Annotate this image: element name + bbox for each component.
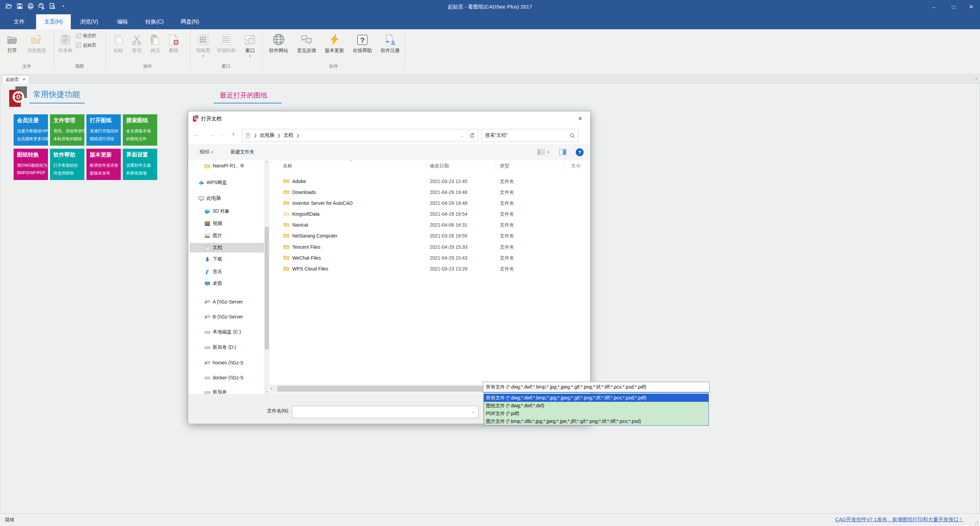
column-divider[interactable] [426, 162, 427, 170]
sidebar-item-drive-b[interactable]: B (\\Gz-Server [189, 312, 264, 321]
ribbon-cut-button[interactable]: 剪切 [128, 31, 146, 54]
nav-up-button[interactable]: ↑ [232, 131, 235, 138]
ribbon-feedback-button[interactable]: 意见反馈 [293, 31, 320, 54]
scroll-left-icon[interactable]: ‹ [271, 386, 272, 391]
sidebar-item-volume-clipped[interactable]: 新加卷 [189, 388, 264, 394]
column-header-name[interactable]: 名称 [283, 163, 292, 169]
network-drive-disconnected-icon [205, 314, 210, 320]
filetype-combobox[interactable]: 所有文件 (*.dwg;*.dwf;*.bmp;*.jpg;*.jpeg;*.g… [483, 382, 710, 393]
film-icon [205, 221, 210, 227]
filename-dropdown-icon[interactable]: ⌄ [472, 409, 475, 414]
column-header-date[interactable]: 修改日期 [430, 163, 449, 169]
nav-history-chevron-icon[interactable]: ⌄ [222, 132, 225, 137]
filetype-option-image[interactable]: 图片文件 (*.bmp;*.dib;*.jpg;*.jpeg;*.jpe;*.j… [484, 418, 708, 425]
maximize-button[interactable]: □ [946, 0, 961, 14]
sidebar-item-homes[interactable]: homes (\\Gz-S [189, 358, 264, 367]
tab-netdisk[interactable]: 网盘(N) [174, 14, 205, 29]
tab-list-chevron-icon[interactable]: ⌄ [975, 76, 978, 80]
sidebar-item-drive-d[interactable]: 新加卷 (D:) [189, 343, 264, 352]
tab-edit[interactable]: 编辑 [108, 14, 137, 29]
sidebar-item-music[interactable]: 音乐 [189, 267, 264, 277]
ribbon-thumbnail-button[interactable]: 缩略图 ▼ [192, 31, 214, 58]
ribbon-register-button[interactable]: 软件注册 [377, 31, 404, 54]
column-header-type[interactable]: 类型 [500, 163, 509, 169]
search-icon[interactable] [569, 133, 575, 138]
sidebar-item-wps-cloud[interactable]: WPS网盘 [189, 178, 264, 188]
ribbon-detail-list-button[interactable]: 详细列表 [215, 31, 238, 54]
sidebar-item-3d-objects[interactable]: 3D 对象 [189, 207, 264, 216]
ribbon-open-button[interactable]: 打开 [3, 31, 21, 54]
organize-button[interactable]: 组织 [200, 149, 209, 155]
register-document-icon [384, 34, 396, 46]
sidebar-item-drive-a[interactable]: A (\\Gz-Server [189, 297, 264, 307]
sidebar-scrollbar[interactable]: ⌃ ⌄ [264, 160, 269, 394]
sidebar-item-pictures[interactable]: 图片 [189, 231, 264, 240]
sidebar-item-downloads[interactable]: 下载 [189, 254, 264, 264]
dialog-close-button[interactable]: ✕ [573, 112, 588, 125]
ribbon-paste-button[interactable]: 粘贴 [110, 31, 127, 54]
sidebar-item-desktop[interactable]: 桌面 [189, 279, 264, 288]
tab-home[interactable]: 主页(H) [36, 14, 71, 29]
scroll-up-icon[interactable]: ⌃ [264, 161, 269, 165]
filetype-option-drawing[interactable]: 图纸文件 (*.dwg;*.dwf;*.dxf) [484, 402, 708, 410]
ribbon-tree-button[interactable]: 目录树 [56, 31, 75, 54]
ribbon-delete-button[interactable]: 删除 [165, 31, 182, 54]
breadcrumb-documents[interactable]: 文档 [283, 132, 293, 138]
help-icon[interactable]: ? [576, 148, 584, 156]
folder-icon [205, 163, 210, 169]
sidebar-item-videos[interactable]: 视频 [189, 219, 264, 228]
tile-file-manage[interactable]: 文件管理 查找、浏览和管理 本机所有的图纸 [50, 114, 84, 146]
column-header-size[interactable]: 大小 [568, 163, 581, 169]
ribbon-statusbar-checkbox[interactable]: ✓状态栏 [76, 33, 96, 39]
ribbon-update-button[interactable]: 版本更新 [321, 31, 348, 54]
view-caret-icon[interactable]: ▾ [547, 150, 549, 154]
ribbon-help-button[interactable]: ? 在线帮助 [349, 31, 376, 54]
tile-convert-drawing[interactable]: 图纸转换 将DWG图纸转为 BMP/DWF/PDF [14, 149, 48, 180]
filename-input[interactable]: ⌄ [292, 406, 479, 418]
tile-member-register[interactable]: 会员注册 注册为看图纸VIP 会员拥有更多功能 [14, 114, 48, 146]
tab-convert[interactable]: 转换(C) [139, 14, 170, 29]
sidebar-item-nanopi[interactable]: NanoPi R1、R [189, 161, 264, 171]
filetype-option-pdf[interactable]: PDF文件 (*.pdf) [484, 410, 708, 418]
sidebar-item-documents[interactable]: 文档 [189, 243, 264, 253]
tile-software-help[interactable]: 软件帮助 打开看图纸软 件使用帮助 [50, 149, 84, 180]
column-divider[interactable] [565, 162, 565, 170]
nav-back-button[interactable]: ← [194, 131, 200, 138]
status-news-link[interactable]: CAD开发控件V7.1发布，新增图纸打印和大量开发接口！ [835, 516, 964, 523]
resize-grip[interactable] [973, 520, 978, 524]
address-dropdown-icon[interactable]: ⌄ [460, 133, 463, 138]
ribbon-group-ops: 操作 [105, 63, 190, 69]
sidebar-item-drive-c[interactable]: 本地磁盘 (C:) [189, 327, 264, 337]
tab-start-page[interactable]: 起始页 ✕ [2, 75, 29, 83]
tile-search-drawing[interactable]: 搜索图纸 全文搜索本地 的图纸文件 [123, 114, 157, 146]
tab-browse[interactable]: 浏览(V) [72, 14, 106, 29]
search-box[interactable]: 搜索"文档" [482, 129, 579, 142]
preview-pane-icon[interactable] [559, 149, 567, 156]
breadcrumb-this-pc[interactable]: 此电脑 [260, 132, 274, 138]
ribbon-website-button[interactable]: 软件网站 [265, 31, 292, 54]
computer-icon [198, 195, 204, 202]
ribbon-copy-button[interactable]: 拷贝 [146, 31, 164, 54]
view-list-icon[interactable] [537, 149, 546, 156]
sidebar-item-this-pc[interactable]: 此电脑 [189, 194, 264, 203]
sidebar-item-docker[interactable]: docker (\\Gz-S [189, 373, 264, 382]
nav-forward-button[interactable]: → [209, 131, 215, 138]
tile-open-drawing[interactable]: 打开图纸 直接打开指定的 图纸进行浏览 [86, 114, 121, 146]
new-folder-button[interactable]: 新建文件夹 [231, 149, 255, 155]
scroll-down-icon[interactable]: ⌄ [264, 389, 269, 393]
tile-version-update[interactable]: 版本更新 检查软件是否有 新版本发布 [86, 149, 121, 180]
filetype-option-all[interactable]: 所有文件 (*.dwg;*.dwf;*.bmp;*.jpg;*.jpeg;*.g… [484, 394, 708, 402]
tile-ui-settings[interactable]: 界面设置 设置软件主题 和界面选项 [123, 149, 157, 180]
scrollbar-thumb[interactable] [265, 227, 269, 350]
ribbon-window-button[interactable]: 窗口 ▼ [240, 31, 260, 58]
refresh-icon[interactable] [469, 133, 475, 138]
address-bar[interactable]: ❯ 此电脑 ❯ 文档 ❯ ⌄ [242, 129, 478, 142]
tab-file[interactable]: 文件 [5, 14, 33, 29]
ribbon-group-view: 视图 [53, 63, 105, 69]
close-button[interactable]: ✕ [964, 0, 978, 14]
minimize-button[interactable]: – [926, 0, 941, 14]
ribbon-browse-graphics-button[interactable]: 浏览图形 [22, 31, 52, 54]
tab-close-icon[interactable]: ✕ [22, 77, 25, 82]
ribbon-startpage-checkbox[interactable]: ✓起始页 [76, 42, 96, 48]
dialog-title-bar: 打开文档 ✕ [188, 111, 590, 126]
